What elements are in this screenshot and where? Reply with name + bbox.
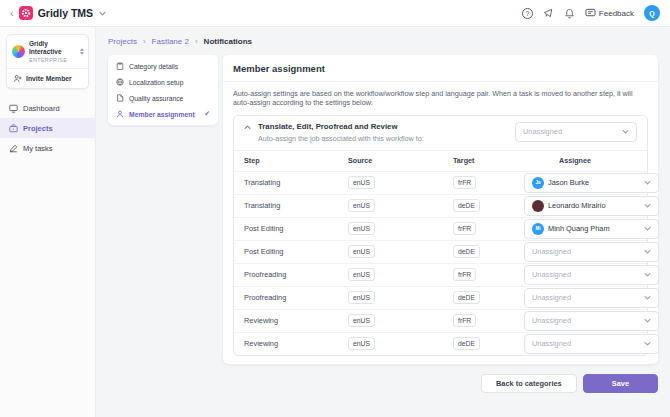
invite-member-button[interactable]: Invite Member — [7, 69, 88, 88]
section-item-category-details[interactable]: Category details — [108, 58, 218, 74]
app-title: Gridly TMS — [38, 7, 93, 19]
chevron-down-icon — [644, 203, 651, 208]
source-lang-chip: enUS — [348, 245, 375, 258]
dashboard-icon — [9, 104, 18, 113]
target-lang-chip: deDE — [453, 291, 480, 304]
table-row: Translating enUS frFR Ja Jason Burke — [234, 171, 647, 194]
footer-actions: Back to categories Save — [96, 364, 670, 403]
section-item-label: Category details — [129, 63, 178, 70]
page-title: Member assignment — [223, 55, 658, 82]
source-lang-chip: enUS — [348, 176, 375, 189]
main-nav: Dashboard Projects My tasks — [6, 98, 89, 158]
table-row: Translating enUS deDE Leonardo Miralrio — [234, 194, 647, 217]
section-item-member-assignment[interactable]: Member assignment ✓ — [108, 106, 218, 122]
top-header: ‹ Gridly TMS ? Feedback Q — [0, 0, 670, 27]
notifications-bell-icon[interactable] — [564, 8, 575, 19]
section-item-quality-assurance[interactable]: Quality assurance — [108, 90, 218, 106]
workflow-card: Translate, Edit, Proofread and Review Au… — [233, 115, 648, 356]
section-item-label: Quality assurance — [129, 95, 183, 102]
assignee-select[interactable]: Ja Jason Burke — [524, 173, 659, 193]
save-button[interactable]: Save — [583, 374, 658, 393]
source-lang-chip: enUS — [348, 314, 375, 327]
section-item-localization-setup[interactable]: Localization setup — [108, 74, 218, 90]
workflow-assignee-select[interactable]: Unassigned — [515, 122, 637, 142]
table-row: Proofreading enUS deDE Unassigned — [234, 286, 647, 309]
globe-icon — [116, 78, 124, 86]
chevron-down-icon — [644, 249, 651, 254]
chevron-down-icon — [644, 226, 651, 231]
assignee-value: Leonardo Miralrio — [548, 201, 640, 210]
sidebar-item-label: Dashboard — [23, 104, 60, 113]
assignee-select[interactable]: Unassigned — [524, 311, 659, 331]
assignment-table-body: Translating enUS frFR Ja Jason Burke Tra… — [234, 171, 647, 355]
source-lang-chip: enUS — [348, 222, 375, 235]
assignee-avatar: Ja — [532, 177, 544, 189]
step-label: Reviewing — [244, 339, 348, 348]
assignee-select[interactable]: Unassigned — [524, 334, 659, 354]
collapse-chevron-icon[interactable] — [244, 125, 251, 130]
help-icon[interactable]: ? — [522, 8, 533, 19]
workspace-card: Gridly Interactive ENTERPRISE Invite Mem… — [6, 34, 89, 89]
chevron-down-icon[interactable] — [99, 11, 106, 16]
target-lang-chip: frFR — [453, 176, 476, 189]
projects-icon — [9, 124, 18, 133]
feedback-button[interactable]: Feedback — [585, 8, 634, 18]
source-lang-chip: enUS — [348, 268, 375, 281]
person-plus-icon — [13, 74, 22, 83]
assignee-select[interactable]: Unassigned — [524, 242, 659, 262]
sidebar-item-dashboard[interactable]: Dashboard — [0, 98, 95, 118]
target-lang-chip: deDE — [453, 199, 480, 212]
document-icon — [116, 94, 124, 102]
tasks-pen-icon — [9, 144, 18, 153]
back-to-categories-button[interactable]: Back to categories — [481, 374, 577, 393]
workspace-logo-icon — [12, 45, 25, 58]
target-lang-chip: frFR — [453, 222, 476, 235]
step-label: Translating — [244, 178, 348, 187]
breadcrumb-fastlane[interactable]: Fastlane 2 — [152, 37, 189, 46]
workflow-subtitle: Auto-assign the job associated with this… — [258, 134, 424, 143]
step-label: Post Editing — [244, 247, 348, 256]
breadcrumb: Projects › Fastlane 2 › Notifications — [96, 27, 670, 54]
assignee-select[interactable]: Unassigned — [524, 265, 659, 285]
breadcrumb-projects[interactable]: Projects — [108, 37, 137, 46]
breadcrumb-separator: › — [195, 37, 198, 46]
assignee-select[interactable]: Mi Minh Quang Pham — [524, 219, 659, 239]
assignee-select[interactable]: Leonardo Miralrio — [524, 196, 659, 216]
sidebar-item-projects[interactable]: Projects — [0, 118, 95, 138]
workspace-name: Gridly Interactive — [29, 40, 76, 56]
workspace-plan-badge: ENTERPRISE — [29, 57, 76, 63]
back-icon[interactable]: ‹ — [10, 8, 14, 19]
sidebar-item-my-tasks[interactable]: My tasks — [0, 138, 95, 158]
assignee-value: Unassigned — [532, 247, 640, 256]
table-header: Step Source Target Assignee — [234, 150, 647, 171]
column-header-source: Source — [348, 156, 453, 165]
check-icon: ✓ — [204, 110, 210, 118]
source-lang-chip: enUS — [348, 337, 375, 350]
chevron-down-icon — [644, 295, 651, 300]
assignee-select[interactable]: Unassigned — [524, 288, 659, 308]
assignee-value: Unassigned — [532, 339, 640, 348]
whats-new-icon[interactable] — [543, 8, 554, 19]
step-label: Proofreading — [244, 270, 348, 279]
clipboard-icon — [116, 62, 124, 70]
table-row: Reviewing enUS frFR Unassigned — [234, 309, 647, 332]
column-header-assignee: Assignee — [524, 156, 637, 165]
member-assignment-panel: Member assignment Auto-assign settings a… — [223, 55, 658, 364]
assignee-value: Unassigned — [532, 270, 640, 279]
step-label: Proofreading — [244, 293, 348, 302]
assignee-avatar — [532, 200, 544, 212]
workspace-sort-icon — [80, 48, 84, 55]
feedback-icon — [585, 8, 596, 18]
step-label: Post Editing — [244, 224, 348, 233]
user-avatar[interactable]: Q — [644, 5, 660, 21]
workspace-switcher[interactable]: Gridly Interactive ENTERPRISE — [7, 35, 88, 68]
section-item-label: Member assignment — [129, 111, 195, 118]
sidebar-item-label: My tasks — [23, 144, 53, 153]
breadcrumb-separator: › — [143, 37, 146, 46]
workflow-name: Translate, Edit, Proofread and Review — [258, 122, 424, 131]
assignee-value: Jason Burke — [548, 178, 640, 187]
description-text: Auto-assign settings are based on the wo… — [233, 89, 648, 108]
table-row: Post Editing enUS deDE Unassigned — [234, 240, 647, 263]
source-lang-chip: enUS — [348, 199, 375, 212]
sidebar: Gridly Interactive ENTERPRISE Invite Mem… — [0, 27, 96, 417]
